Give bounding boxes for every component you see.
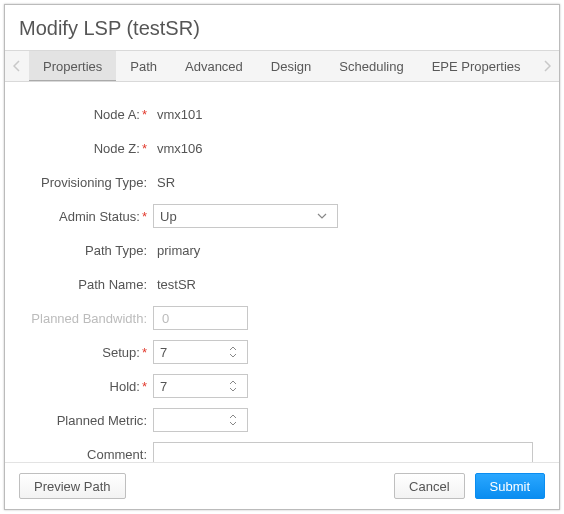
chevron-down-icon (313, 213, 331, 219)
label-admin-status: Admin Status:* (23, 209, 153, 224)
label-setup: Setup:* (23, 345, 153, 360)
spinner-buttons-icon (225, 414, 241, 426)
spinner-buttons-icon (225, 346, 241, 358)
tabs: Properties Path Advanced Design Scheduli… (29, 51, 535, 81)
label-hold: Hold:* (23, 379, 153, 394)
tab-properties[interactable]: Properties (29, 51, 116, 81)
row-node-z: Node Z:* vmx106 (23, 132, 541, 164)
setup-value: 7 (160, 345, 225, 360)
comment-input[interactable] (153, 442, 533, 462)
tab-advanced[interactable]: Advanced (171, 51, 257, 81)
label-path-name: Path Name: (23, 277, 153, 292)
tab-label: Scheduling (339, 59, 403, 74)
row-path-name: Path Name: testSR (23, 268, 541, 300)
tab-path[interactable]: Path (116, 51, 171, 81)
label-planned-bandwidth: Planned Bandwidth: (23, 311, 153, 326)
label-path-type: Path Type: (23, 243, 153, 258)
row-node-a: Node A:* vmx101 (23, 98, 541, 130)
value-path-type: primary (153, 243, 541, 258)
label-node-z: Node Z:* (23, 141, 153, 156)
label-comment: Comment: (23, 447, 153, 462)
planned-bandwidth-input (153, 306, 248, 330)
label-provisioning-type: Provisioning Type: (23, 175, 153, 190)
label-planned-metric: Planned Metric: (23, 413, 153, 428)
label-node-a: Node A:* (23, 107, 153, 122)
tab-label: EPE Properties (432, 59, 521, 74)
tab-scheduling[interactable]: Scheduling (325, 51, 417, 81)
value-node-z: vmx106 (153, 141, 541, 156)
preview-path-button[interactable]: Preview Path (19, 473, 126, 499)
value-provisioning-type: SR (153, 175, 541, 190)
tab-label: Advanced (185, 59, 243, 74)
row-setup: Setup:* 7 (23, 336, 541, 368)
value-node-a: vmx101 (153, 107, 541, 122)
row-planned-metric: Planned Metric: (23, 404, 541, 436)
row-admin-status: Admin Status:* Up (23, 200, 541, 232)
tab-epe-properties[interactable]: EPE Properties (418, 51, 535, 81)
setup-spinner[interactable]: 7 (153, 340, 248, 364)
tab-label: Properties (43, 59, 102, 74)
modify-lsp-dialog: Modify LSP (testSR) Properties Path Adva… (4, 4, 560, 510)
tabs-scroll-right-icon[interactable] (535, 51, 559, 81)
hold-value: 7 (160, 379, 225, 394)
tab-label: Path (130, 59, 157, 74)
row-path-type: Path Type: primary (23, 234, 541, 266)
row-comment: Comment: (23, 438, 541, 462)
properties-form: Node A:* vmx101 Node Z:* vmx106 Provisio… (5, 82, 559, 462)
row-hold: Hold:* 7 (23, 370, 541, 402)
row-planned-bandwidth: Planned Bandwidth: (23, 302, 541, 334)
tab-label: Design (271, 59, 311, 74)
cancel-button[interactable]: Cancel (394, 473, 464, 499)
tabs-bar: Properties Path Advanced Design Scheduli… (5, 50, 559, 82)
tab-design[interactable]: Design (257, 51, 325, 81)
spinner-buttons-icon (225, 380, 241, 392)
row-provisioning-type: Provisioning Type: SR (23, 166, 541, 198)
value-path-name: testSR (153, 277, 541, 292)
tabs-scroll-left-icon[interactable] (5, 51, 29, 81)
hold-spinner[interactable]: 7 (153, 374, 248, 398)
admin-status-select[interactable]: Up (153, 204, 338, 228)
planned-bandwidth-field (160, 310, 241, 327)
submit-button[interactable]: Submit (475, 473, 545, 499)
comment-field[interactable] (160, 446, 526, 463)
planned-metric-spinner[interactable] (153, 408, 248, 432)
dialog-footer: Preview Path Cancel Submit (5, 462, 559, 509)
dialog-title: Modify LSP (testSR) (5, 5, 559, 50)
admin-status-value: Up (160, 209, 177, 224)
